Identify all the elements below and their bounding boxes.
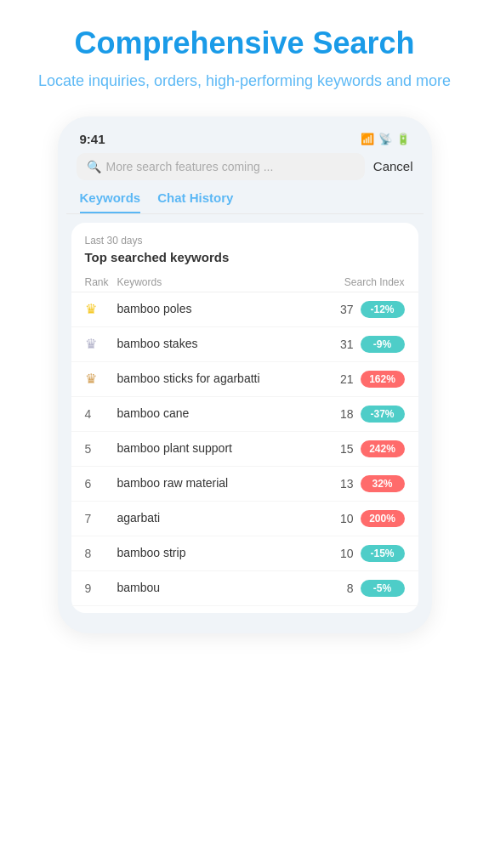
phone-frame: 9:41 📶 📡 🔋 🔍 More search features coming…	[58, 116, 432, 633]
status-time: 9:41	[80, 132, 105, 146]
index-badge: -5%	[361, 580, 405, 597]
index-cell: 15242%	[337, 440, 405, 457]
rank-cell: ♛	[85, 371, 117, 387]
rank-number: 7	[85, 512, 92, 525]
index-badge: 162%	[361, 371, 405, 388]
index-badge: 32%	[361, 475, 405, 492]
rank-number: 4	[85, 407, 92, 421]
keyword-cell: bamboo strip	[117, 545, 337, 560]
keyword-cell: bamboo cane	[117, 406, 337, 421]
keyword-cell: bamboo raw material	[117, 475, 337, 491]
search-placeholder: More search features coming ...	[106, 160, 274, 173]
table-body: ♛bamboo poles37-12%♛bamboo stakes31-9%♛b…	[71, 292, 418, 606]
table-row[interactable]: 9bambou8-5%	[71, 571, 418, 606]
signal-icon: 📶	[361, 133, 374, 145]
content-card: Last 30 days Top searched keywords Rank …	[71, 223, 418, 613]
page-title: Comprehensive Search	[74, 26, 414, 60]
col-rank-header: Rank	[85, 276, 117, 288]
rank-cell: 4	[85, 407, 117, 421]
col-keyword-header: Keywords	[117, 276, 337, 288]
rank-cell: ♛	[85, 336, 117, 352]
section-title: Top searched keywords	[71, 250, 418, 264]
rank-cell: 6	[85, 477, 117, 491]
index-number: 18	[337, 407, 354, 421]
rank-cell: 9	[85, 582, 117, 595]
table-row[interactable]: 7agarbati10200%	[71, 502, 418, 536]
page-subtitle: Locate inquiries, orders, high-performin…	[38, 71, 451, 92]
index-number: 10	[337, 512, 354, 525]
table-row[interactable]: ♛bamboo sticks for agarbatti21162%	[71, 362, 418, 397]
search-icon: 🔍	[87, 160, 101, 173]
index-cell: 10200%	[337, 510, 405, 527]
status-bar: 9:41 📶 📡 🔋	[66, 132, 424, 153]
rank-icon: ♛	[85, 336, 97, 352]
keyword-cell: bamboo sticks for agarbatti	[117, 371, 337, 386]
index-cell: 8-5%	[337, 580, 405, 597]
table-row[interactable]: 6bamboo raw material1332%	[71, 467, 418, 502]
keyword-cell: bamboo poles	[117, 301, 337, 316]
wifi-icon: 📡	[378, 133, 392, 145]
index-number: 13	[337, 477, 354, 491]
index-number: 10	[337, 547, 354, 560]
rank-cell: 8	[85, 547, 117, 560]
rank-number: 5	[85, 442, 92, 456]
index-cell: 18-37%	[337, 406, 405, 423]
table-row[interactable]: 8bamboo strip10-15%	[71, 536, 418, 571]
status-icons: 📶 📡 🔋	[361, 133, 410, 145]
table-row[interactable]: ♛bamboo poles37-12%	[71, 292, 418, 327]
index-cell: 10-15%	[337, 545, 405, 562]
index-number: 8	[337, 582, 354, 595]
index-cell: 1332%	[337, 475, 405, 492]
section-label: Last 30 days	[71, 235, 418, 247]
col-index-header: Search Index	[337, 276, 405, 288]
index-badge: 242%	[361, 440, 405, 457]
battery-icon: 🔋	[396, 133, 410, 145]
keyword-cell: bambou	[117, 580, 337, 595]
table-row[interactable]: ♛bamboo stakes31-9%	[71, 327, 418, 362]
index-number: 31	[337, 338, 354, 351]
index-cell: 21162%	[337, 371, 405, 388]
index-cell: 31-9%	[337, 336, 405, 353]
keyword-cell: bamboo stakes	[117, 336, 337, 351]
rank-cell: 7	[85, 512, 117, 525]
index-badge: -9%	[361, 336, 405, 353]
rank-number: 8	[85, 547, 92, 560]
table-row[interactable]: 4bamboo cane18-37%	[71, 397, 418, 432]
rank-cell: ♛	[85, 301, 117, 317]
index-cell: 37-12%	[337, 301, 405, 318]
keyword-cell: bamboo plant support	[117, 440, 337, 456]
table-row[interactable]: 5bamboo plant support15242%	[71, 432, 418, 467]
cancel-button[interactable]: Cancel	[373, 159, 413, 173]
table-header: Rank Keywords Search Index	[71, 273, 418, 292]
rank-number: 6	[85, 477, 92, 491]
search-bar-row: 🔍 More search features coming ... Cancel	[66, 153, 424, 180]
index-badge: -37%	[361, 406, 405, 423]
rank-number: 9	[85, 582, 92, 595]
tab-keywords[interactable]: Keywords	[80, 190, 141, 213]
search-input-box[interactable]: 🔍 More search features coming ...	[77, 153, 365, 180]
rank-icon: ♛	[85, 371, 97, 387]
index-number: 37	[337, 303, 354, 316]
keyword-cell: agarbati	[117, 510, 337, 525]
tab-chat-history[interactable]: Chat History	[157, 190, 233, 213]
rank-icon: ♛	[85, 301, 97, 317]
tabs-row: Keywords Chat History	[66, 182, 424, 214]
index-number: 21	[337, 372, 354, 386]
index-badge: -12%	[361, 301, 405, 318]
index-badge: -15%	[361, 545, 405, 562]
index-badge: 200%	[361, 510, 405, 527]
index-number: 15	[337, 442, 354, 456]
rank-cell: 5	[85, 442, 117, 456]
